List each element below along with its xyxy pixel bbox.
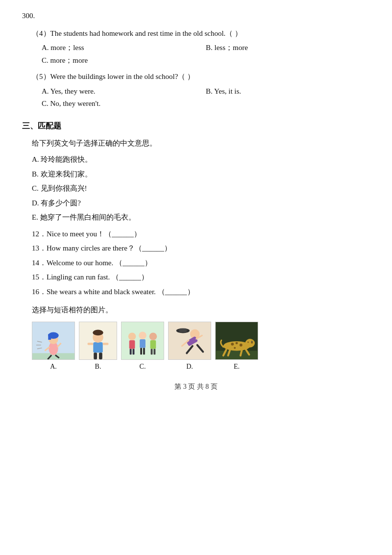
q12-content: Nice to meet you！（______） — [47, 230, 141, 238]
image-d: D. — [168, 322, 211, 373]
question-5: （5）Were the buildings lower in the old s… — [22, 71, 370, 110]
image-b-label: B. — [95, 361, 101, 373]
svg-point-58 — [251, 341, 252, 342]
q5-text: （5）Were the buildings lower in the old s… — [32, 71, 370, 83]
page-number: 第 3 页 共 8 页 — [22, 381, 370, 393]
match-choice-a: A. 玲玲能跑很快。 — [22, 153, 370, 166]
svg-rect-28 — [140, 348, 142, 354]
section3-title: 三、匹配题 — [22, 119, 370, 132]
q16-num: 16． — [32, 288, 47, 296]
svg-rect-37 — [179, 328, 187, 332]
q13-content: How many circles are there？（______） — [47, 244, 172, 252]
q5-option-b: B. Yes, it is. — [206, 85, 370, 98]
match-choice-b: B. 欢迎来我们家。 — [22, 168, 370, 181]
image-b-box — [79, 322, 117, 360]
q14-content: Welcome to our home. （______） — [47, 259, 152, 267]
image-c-label: C. — [140, 361, 146, 373]
svg-point-26 — [139, 331, 147, 339]
image-d-label: D. — [186, 361, 193, 373]
match-q15-text: 15．Lingling can run fast. （______） — [22, 271, 370, 284]
svg-point-49 — [240, 344, 243, 347]
image-instruction: 选择与短语相符的图片。 — [22, 304, 370, 317]
svg-point-16 — [93, 329, 103, 335]
match-q13-text: 13．How many circles are there？（______） — [22, 242, 370, 255]
svg-point-22 — [128, 332, 136, 340]
svg-rect-32 — [151, 349, 153, 354]
svg-rect-33 — [153, 349, 155, 354]
score-text: 300. — [22, 10, 370, 23]
image-d-box — [168, 322, 211, 360]
question-4: （4）The students had homework and rest ti… — [22, 27, 370, 67]
image-e-box — [215, 322, 258, 360]
q12-num: 12． — [32, 230, 47, 238]
svg-point-46 — [245, 339, 255, 348]
image-a-label: A. — [50, 361, 57, 373]
image-e-label: E. — [234, 361, 240, 373]
svg-rect-17 — [94, 353, 97, 359]
q15-content: Lingling can run fast. （______） — [47, 273, 148, 281]
svg-point-30 — [149, 332, 157, 340]
q4-text: （4）The students had homework and rest ti… — [32, 27, 370, 40]
match-choice-c: C. 见到你很高兴! — [22, 182, 370, 195]
match-q14-text: 14．Welcome to our home. （______） — [22, 257, 370, 270]
q4-option-c: C. more；more — [42, 54, 370, 67]
match-choice-e: E. 她穿了一件黑白相间的毛衣。 — [22, 211, 370, 224]
svg-rect-44 — [216, 351, 258, 359]
svg-rect-25 — [133, 349, 135, 354]
svg-rect-23 — [129, 340, 135, 349]
q15-num: 15． — [32, 273, 47, 281]
q4-option-b: B. less；more — [206, 42, 370, 54]
svg-rect-14 — [93, 342, 102, 353]
svg-rect-24 — [130, 349, 132, 354]
image-e: E. — [215, 322, 258, 373]
q4-options: A. more；less B. less；more C. more；more — [32, 42, 370, 67]
match-choice-d: D. 有多少个圆? — [22, 197, 370, 210]
match-q12-text: 12．Nice to meet you！（______） — [22, 228, 370, 241]
svg-rect-27 — [140, 339, 146, 348]
q4-option-a: A. more；less — [42, 42, 206, 54]
q5-options: A. Yes, they were. B. Yes, it is. C. No,… — [32, 85, 370, 110]
image-row: A. B. — [22, 322, 370, 373]
svg-rect-18 — [99, 353, 102, 359]
image-c-box — [121, 322, 164, 360]
svg-point-56 — [247, 341, 249, 343]
image-a: A. — [32, 322, 75, 373]
match-instruction: 给下列英文句子选择正确的中文意思。 — [22, 137, 370, 150]
svg-point-50 — [234, 347, 236, 349]
q14-num: 14． — [32, 259, 47, 267]
q5-option-a: A. Yes, they were. — [42, 85, 206, 98]
svg-rect-19 — [88, 343, 94, 345]
match-q16-text: 16．She wears a white and black sweater. … — [22, 286, 370, 299]
svg-rect-29 — [143, 348, 145, 354]
q13-num: 13． — [32, 244, 47, 252]
q16-content: She wears a white and black sweater. （__… — [47, 288, 195, 296]
svg-point-47 — [231, 343, 234, 346]
q5-option-c: C. No, they weren't. — [42, 98, 370, 110]
svg-rect-31 — [150, 340, 156, 349]
svg-rect-5 — [48, 334, 51, 340]
image-a-box — [32, 322, 75, 360]
image-c: C. — [121, 322, 164, 373]
svg-point-48 — [236, 342, 238, 344]
image-b: B. — [79, 322, 117, 373]
svg-rect-20 — [103, 343, 109, 345]
